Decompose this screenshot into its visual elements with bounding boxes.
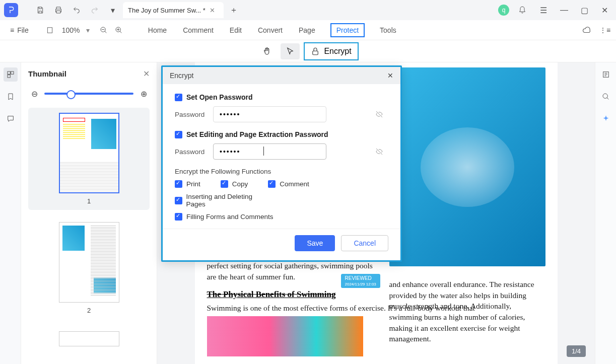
thumbnail-panel-icon[interactable] (4, 67, 18, 82)
dropdown-icon[interactable]: ▾ (105, 2, 121, 18)
pool-image (389, 67, 545, 266)
select-tool[interactable] (281, 43, 300, 59)
dialog-close-icon[interactable]: ✕ (387, 71, 393, 80)
hamburger-menu-icon[interactable]: ☰ (535, 2, 552, 18)
set-editing-password-label: Set Editing and Page Extraction Password (186, 130, 328, 138)
thumbnail-close-icon[interactable]: ✕ (143, 69, 150, 79)
panel-toggle-icon[interactable]: ⋮≡ (599, 24, 611, 36)
menu-tabs: Home Comment Edit Convert Page Protect T… (147, 23, 397, 37)
page-counter[interactable]: 1/4 (567, 345, 586, 357)
thumbnail-page-number: 2 (87, 307, 91, 314)
zoom-out-icon[interactable] (98, 24, 110, 36)
opt-comment-checkbox[interactable] (268, 180, 276, 188)
zoom-dropdown-icon[interactable]: ▾ (86, 26, 90, 34)
editing-password-input[interactable] (213, 143, 326, 160)
thumbnail-zoom: ⊖ ⊕ (21, 85, 157, 103)
password-label: Password (175, 111, 207, 118)
encrypt-dialog: Encrypt ✕ Set Open Password Password Set… (161, 65, 402, 262)
svg-rect-5 (11, 71, 13, 74)
thumbnail-item[interactable]: 2 (28, 217, 150, 319)
minimize-icon[interactable]: — (557, 3, 572, 17)
thumbnail-item[interactable]: 1 (28, 108, 150, 210)
tab-close-icon[interactable]: ✕ (210, 7, 215, 14)
bookmark-icon[interactable] (4, 90, 18, 104)
document-text-col2: and enhance overall endurance. The resis… (389, 279, 545, 344)
thumbnail-title: Thumbnail (28, 69, 66, 78)
open-password-input[interactable] (213, 106, 326, 122)
menubar-right: ⋮≡ (581, 24, 611, 36)
set-open-password-checkbox[interactable] (175, 94, 182, 101)
thumb-zoom-in-icon[interactable]: ⊕ (138, 88, 150, 100)
app-logo[interactable] (4, 3, 18, 17)
encrypt-options: Print Copy Comment Inserting and Deletin… (175, 180, 388, 221)
left-rail (0, 62, 21, 364)
dialog-title: Encrypt (170, 71, 193, 80)
dialog-titlebar: Encrypt ✕ (163, 67, 400, 84)
set-open-password-label: Set Open Password (186, 93, 252, 101)
cancel-button[interactable]: Cancel (341, 235, 388, 251)
notifications-icon[interactable] (514, 2, 530, 18)
save-button[interactable]: Save (295, 235, 335, 251)
opt-fill-checkbox[interactable] (175, 213, 182, 221)
thumbnail-page-number: 1 (87, 197, 91, 205)
tab-tools[interactable]: Tools (379, 23, 397, 37)
thumbnail-panel: Thumbnail ✕ ⊖ ⊕ 1 (21, 62, 157, 364)
reviewed-badge: REVIEWED 2024/11/29 12:03 (341, 274, 380, 288)
tab-comment[interactable]: Comment (182, 23, 215, 37)
hand-tool[interactable] (257, 43, 277, 59)
tab-edit[interactable]: Edit (229, 23, 243, 37)
thumb-zoom-out-icon[interactable]: ⊖ (28, 88, 40, 100)
svg-point-8 (603, 94, 607, 98)
toggle-visibility-icon[interactable] (375, 110, 383, 120)
tab-home[interactable]: Home (147, 23, 168, 37)
zoom-in-icon[interactable] (113, 24, 125, 36)
encrypt-functions-label: Encrypt the Following Functions (175, 168, 388, 175)
flamingo-image (207, 316, 363, 356)
set-editing-password-checkbox[interactable] (175, 131, 182, 138)
properties-icon[interactable] (599, 67, 613, 82)
save-icon[interactable] (32, 2, 48, 18)
toggle-visibility-icon[interactable] (375, 148, 383, 157)
tab-protect[interactable]: Protect (330, 23, 365, 37)
lock-icon (311, 47, 320, 56)
thumbnail-zoom-slider[interactable] (44, 93, 133, 95)
title-bar: ▾ The Joy of Summer Sw... * ✕ ＋ q ☰ — ▢ … (0, 0, 616, 20)
new-tab-icon[interactable]: ＋ (226, 2, 242, 18)
encrypt-button[interactable]: Encrypt (304, 42, 358, 60)
user-avatar[interactable]: q (498, 5, 509, 16)
password-label: Password (175, 148, 207, 156)
print-icon[interactable] (50, 2, 66, 18)
zoom-value[interactable]: 100% (62, 26, 80, 34)
file-menu[interactable]: ≡File (5, 24, 34, 36)
right-rail (595, 62, 616, 364)
thumbnail-item[interactable] (28, 326, 150, 351)
opt-print-checkbox[interactable] (175, 180, 182, 188)
tab-page[interactable]: Page (298, 23, 316, 37)
cloud-icon[interactable] (581, 24, 593, 36)
protect-toolbar: Encrypt (0, 40, 616, 62)
svg-rect-0 (47, 27, 52, 33)
svg-rect-4 (8, 71, 10, 74)
maximize-icon[interactable]: ▢ (577, 3, 592, 17)
search-icon[interactable] (599, 90, 613, 104)
menu-bar: ≡File 100% ▾ Home Comment Edit Convert P… (0, 20, 616, 40)
document-tab[interactable]: The Joy of Summer Sw... * ✕ (123, 2, 224, 18)
tab-title: The Joy of Summer Sw... * (128, 7, 206, 14)
tab-convert[interactable]: Convert (257, 23, 284, 37)
thumbnail-list[interactable]: 1 2 (21, 103, 157, 364)
zoom-controls: 100% ▾ (44, 24, 125, 36)
svg-rect-3 (313, 51, 318, 55)
redo-icon[interactable] (87, 2, 103, 18)
comment-panel-icon[interactable] (4, 112, 18, 126)
svg-rect-6 (8, 75, 10, 78)
undo-icon[interactable] (69, 2, 85, 18)
opt-insert-checkbox[interactable] (175, 197, 182, 204)
page-view-icon[interactable] (44, 24, 56, 36)
ai-sparkle-icon[interactable] (599, 112, 613, 126)
window-close-icon[interactable]: ✕ (597, 3, 612, 17)
opt-copy-checkbox[interactable] (221, 180, 228, 188)
